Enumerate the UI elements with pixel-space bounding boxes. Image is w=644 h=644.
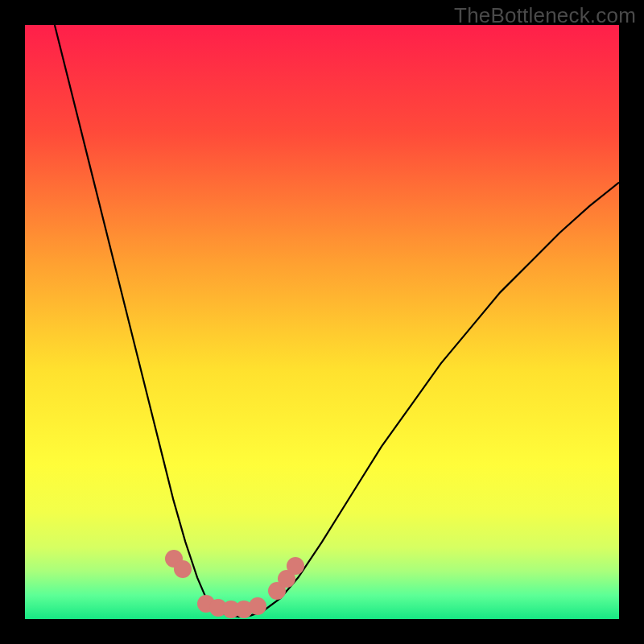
watermark-text: TheBottleneck.com [454,3,636,28]
data-marker [287,557,304,575]
chart-frame: TheBottleneck.com [0,0,644,644]
plot-area [25,25,619,619]
marker-layer [25,25,619,619]
data-marker [249,597,266,615]
data-marker [174,560,192,578]
